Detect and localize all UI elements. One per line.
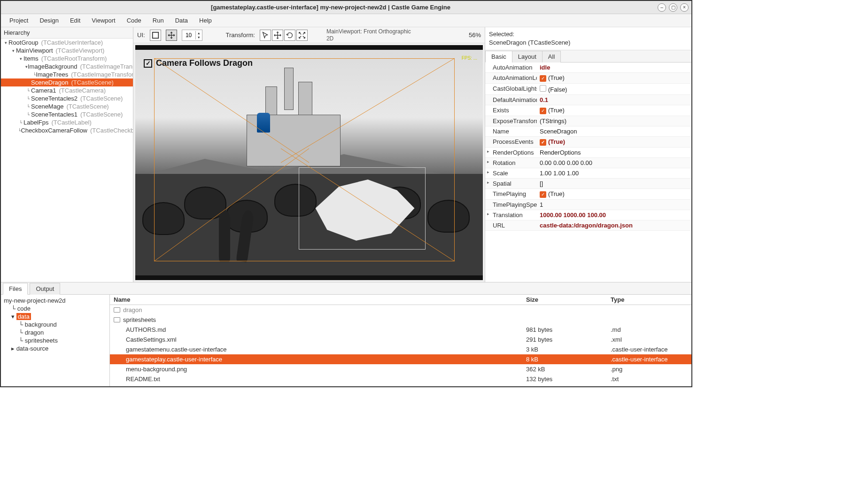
property-row[interactable]: ▸Rotation0.00 0.00 0.00 0.00 [485, 158, 691, 168]
property-row[interactable]: ExposeTransforms(TStrings) [485, 116, 691, 126]
hierarchy-item[interactable]: └SceneTentacles2(TCastleScene) [1, 94, 133, 102]
ui-grid-value[interactable] [182, 32, 195, 39]
transform-label: Transform: [226, 31, 255, 39]
bottom-tabs: Files Output [1, 282, 691, 295]
dir-tree-item[interactable]: └ dragon [3, 329, 108, 336]
hierarchy-item[interactable]: └SceneTentacles1(TCastleScene) [1, 110, 133, 118]
menu-run[interactable]: Run [147, 15, 170, 26]
transform-select-button[interactable] [260, 30, 271, 41]
viewport-scene: ✓ Camera Follows Dragon FPS: ... [135, 50, 483, 275]
hierarchy-tree[interactable]: ▾RootGroup(TCastleUserInterface)▾MainVie… [1, 39, 133, 282]
viewport[interactable]: ✓ Camera Follows Dragon FPS: ... [135, 45, 483, 280]
transform-rotate-button[interactable] [284, 30, 295, 41]
hierarchy-header: Hierarchy [1, 27, 133, 39]
file-row[interactable]: README.txt132 bytes.txt [110, 374, 691, 384]
ui-select-rect-button[interactable] [150, 30, 161, 41]
col-type[interactable]: Type [607, 295, 691, 305]
window-title: [gamestateplay.castle-user-interface] my… [4, 4, 658, 11]
file-row[interactable]: spritesheets [110, 315, 691, 325]
col-name[interactable]: Name [110, 295, 522, 305]
fps-label: FPS: ... [462, 55, 477, 61]
tab-layout[interactable]: Layout [512, 51, 542, 63]
hierarchy-item[interactable]: └ImageTrees(TCastleImageTransform) [1, 70, 133, 78]
transform-scale-button[interactable] [296, 30, 308, 41]
file-rows[interactable]: dragonspritesheetsAUTHORS.md981 bytes.md… [110, 305, 691, 386]
scale-icon [298, 31, 306, 39]
maximize-button[interactable]: ▢ [669, 3, 677, 12]
ui-grid-spin[interactable]: ▲▼ [182, 30, 202, 41]
bottom-panel: Files Output my-new-project-new2d└ code▾… [1, 282, 691, 386]
property-row[interactable]: ProcessEvents✓(True) [485, 137, 691, 148]
bottom-body: my-new-project-new2d└ code▾ data└ backgr… [1, 295, 691, 386]
titlebar: [gamestateplay.castle-user-interface] my… [1, 1, 691, 14]
hierarchy-item[interactable]: └SceneMage(TCastleScene) [1, 102, 133, 110]
close-button[interactable]: × [680, 3, 689, 12]
transform-move-button[interactable] [272, 30, 283, 41]
menu-data[interactable]: Data [170, 15, 194, 26]
menu-edit[interactable]: Edit [64, 15, 86, 26]
property-row[interactable]: ▸Translation1000.00 1000.00 100.00 [485, 210, 691, 220]
file-row[interactable]: AUTHORS.md981 bytes.md [110, 325, 691, 335]
inspector-tabs: Basic Layout All [485, 50, 691, 63]
viewport-info-line1: MainViewport: Front Orthographic [326, 28, 411, 35]
col-size[interactable]: Size [522, 295, 607, 305]
camera-follow-label: Camera Follows Dragon [156, 58, 253, 68]
property-row[interactable]: Exists✓(True) [485, 105, 691, 116]
file-row[interactable]: dragon [110, 305, 691, 315]
property-grid[interactable]: AutoAnimationidleAutoAnimationLoop✓(True… [485, 63, 691, 282]
property-row[interactable]: ▸Scale1.00 1.00 1.00 [485, 168, 691, 179]
spin-up[interactable]: ▲ [196, 31, 202, 35]
directory-tree[interactable]: my-new-project-new2d└ code▾ data└ backgr… [1, 295, 110, 386]
property-row[interactable]: ▸RenderOptionsRenderOptions [485, 148, 691, 158]
rotate-icon [286, 31, 294, 39]
property-row[interactable]: AutoAnimationLoop✓(True) [485, 73, 691, 84]
file-row[interactable]: gamestatemenu.castle-user-interface3 kB.… [110, 344, 691, 354]
menu-project[interactable]: Project [4, 15, 34, 26]
dir-tree-item[interactable]: └ spritesheets [3, 336, 108, 344]
window-controls: – ▢ × [658, 3, 689, 12]
center-panel: UI: ▲▼ Transform: [133, 27, 485, 282]
hierarchy-item[interactable]: ▾Items(TCastleRootTransform) [1, 55, 133, 63]
file-list: Name Size Type dragonspritesheetsAUTHORS… [110, 295, 691, 386]
property-row[interactable]: AutoAnimationidle [485, 63, 691, 73]
property-row[interactable]: TimePlaying✓(True) [485, 189, 691, 200]
folder-icon [114, 307, 120, 313]
property-row[interactable]: TimePlayingSpeed1 [485, 200, 691, 210]
hierarchy-item[interactable]: ▾ImageBackground(TCastleImageTransform) [1, 63, 133, 70]
move-icon [273, 31, 282, 39]
ui-label: UI: [137, 31, 145, 39]
dir-tree-item[interactable]: ▾ data [3, 313, 108, 321]
tab-all[interactable]: All [542, 51, 561, 63]
property-row[interactable]: URLcastle-data:/dragon/dragon.json [485, 220, 691, 231]
dir-tree-item[interactable]: └ background [3, 321, 108, 329]
dir-tree-item[interactable]: ▸ data-source [3, 344, 108, 352]
property-row[interactable]: DefaultAnimationTransition0.1 [485, 95, 691, 105]
hierarchy-item[interactable]: └Camera1(TCastleCamera) [1, 86, 133, 94]
hierarchy-item[interactable]: SceneDragon(TCastleScene) [1, 78, 133, 86]
property-row[interactable]: ▸Spatial[] [485, 179, 691, 189]
tab-files[interactable]: Files [3, 283, 28, 295]
hierarchy-item[interactable]: └LabelFps(TCastleLabel) [1, 118, 133, 126]
minimize-button[interactable]: – [658, 3, 666, 12]
ui-move-button[interactable] [166, 30, 177, 41]
menu-viewport[interactable]: Viewport [86, 15, 121, 26]
menu-code[interactable]: Code [121, 15, 147, 26]
file-row[interactable]: CastleSettings.xml291 bytes.xml [110, 335, 691, 344]
dir-tree-item[interactable]: └ code [3, 305, 108, 313]
property-row[interactable]: NameSceneDragon [485, 126, 691, 137]
hierarchy-item[interactable]: ▾MainViewport(TCastleViewport) [1, 47, 133, 55]
app-window: [gamestateplay.castle-user-interface] my… [0, 0, 692, 387]
rect-icon [151, 31, 160, 39]
dir-tree-item[interactable]: my-new-project-new2d [3, 297, 108, 305]
property-row[interactable]: CastGlobalLights(False) [485, 84, 691, 95]
camera-follow-checkbox[interactable]: ✓ Camera Follows Dragon [144, 58, 253, 68]
file-row[interactable]: gamestateplay.castle-user-interface8 kB.… [110, 354, 691, 364]
tab-basic[interactable]: Basic [485, 51, 512, 63]
tab-output[interactable]: Output [30, 283, 60, 295]
menu-help[interactable]: Help [194, 15, 217, 26]
hierarchy-item[interactable]: └CheckboxCameraFollow(TCastleCheckbox) [1, 126, 133, 134]
hierarchy-item[interactable]: ▾RootGroup(TCastleUserInterface) [1, 39, 133, 47]
spin-down[interactable]: ▼ [196, 35, 202, 39]
menu-design[interactable]: Design [34, 15, 64, 26]
file-row[interactable]: menu-background.png362 kB.png [110, 364, 691, 374]
